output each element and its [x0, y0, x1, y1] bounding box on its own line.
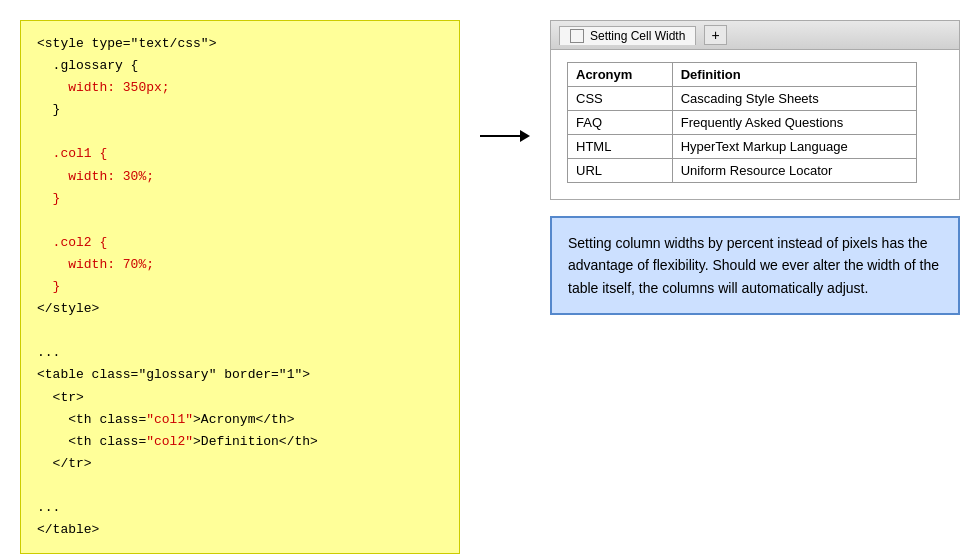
table-row: CSSCascading Style Sheets	[568, 87, 917, 111]
cell-definition: HyperText Markup Language	[672, 135, 916, 159]
code-line-19: </table>	[37, 522, 99, 537]
code-line-7: }	[37, 191, 60, 206]
cell-acronym: CSS	[568, 87, 673, 111]
cell-definition: Cascading Style Sheets	[672, 87, 916, 111]
cell-definition: Frequently Asked Questions	[672, 111, 916, 135]
code-line-15: <th class="col1">Acronym</th>	[37, 412, 294, 427]
code-line-8: .col2 {	[37, 235, 107, 250]
arrow	[480, 20, 530, 142]
code-line-12: ...	[37, 345, 60, 360]
code-line-11: </style>	[37, 301, 99, 316]
glossary-table: Acronym Definition CSSCascading Style Sh…	[567, 62, 917, 183]
code-line-14: <tr>	[37, 390, 84, 405]
code-line-1: <style type="text/css">	[37, 36, 216, 51]
code-line-4: }	[37, 102, 60, 117]
cell-definition: Uniform Resource Locator	[672, 159, 916, 183]
table-row: URLUniform Resource Locator	[568, 159, 917, 183]
code-line-10: }	[37, 279, 60, 294]
code-line-17: </tr>	[37, 456, 92, 471]
browser-tab[interactable]: Setting Cell Width	[559, 26, 696, 45]
browser-tab-title: Setting Cell Width	[590, 29, 685, 43]
table-row: HTMLHyperText Markup Language	[568, 135, 917, 159]
code-line-13: <table class="glossary" border="1">	[37, 367, 310, 382]
info-box: Setting column widths by percent instead…	[550, 216, 960, 315]
col-header-acronym: Acronym	[568, 63, 673, 87]
code-line-6: width: 30%;	[37, 169, 154, 184]
info-box-text: Setting column widths by percent instead…	[568, 235, 939, 296]
browser-content: Acronym Definition CSSCascading Style Sh…	[551, 50, 959, 199]
new-tab-button[interactable]: +	[704, 25, 726, 45]
code-line-18: ...	[37, 500, 60, 515]
tab-icon	[570, 29, 584, 43]
cell-acronym: FAQ	[568, 111, 673, 135]
table-row: FAQFrequently Asked Questions	[568, 111, 917, 135]
code-panel: <style type="text/css"> .glossary { widt…	[20, 20, 460, 554]
col-header-definition: Definition	[672, 63, 916, 87]
cell-acronym: HTML	[568, 135, 673, 159]
code-line-5: .col1 {	[37, 146, 107, 161]
code-line-9: width: 70%;	[37, 257, 154, 272]
right-panel: Setting Cell Width + Acronym Definition …	[550, 20, 960, 315]
code-line-3: width: 350px;	[37, 80, 170, 95]
browser-window: Setting Cell Width + Acronym Definition …	[550, 20, 960, 200]
cell-acronym: URL	[568, 159, 673, 183]
code-line-2: .glossary {	[37, 58, 138, 73]
table-header-row: Acronym Definition	[568, 63, 917, 87]
code-line-16: <th class="col2">Definition</th>	[37, 434, 318, 449]
browser-title-bar: Setting Cell Width +	[551, 21, 959, 50]
